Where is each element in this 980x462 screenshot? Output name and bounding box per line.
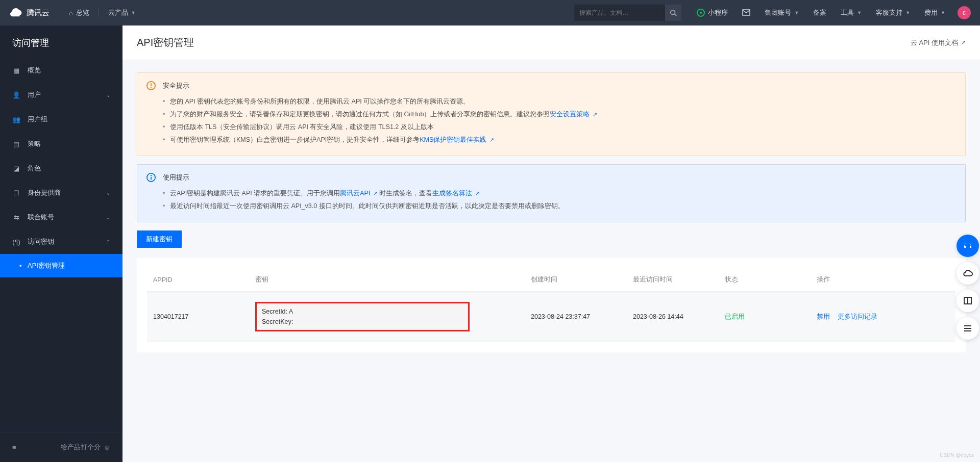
user-avatar[interactable]: c: [958, 6, 971, 19]
users-icon: 👥: [12, 116, 20, 123]
badge-icon: ◪: [12, 165, 20, 172]
search-box: [574, 5, 681, 21]
text: 为了您的财产和服务安全，请妥善保存和定期更换密钥，请勿通过任何方式（如 GitH…: [170, 111, 550, 118]
key-redacted-box: SecretId: A SecretKey:: [255, 302, 470, 331]
api-doc-link[interactable]: 云 API 使用文档 ↗: [911, 38, 966, 47]
chevron-down-icon: ▼: [794, 10, 799, 15]
kms-best-practices-link[interactable]: KMS保护密钥最佳实践 ↗: [420, 136, 494, 143]
secret-id: SecretId: A: [262, 306, 463, 317]
link-text: 安全设置策略: [550, 111, 590, 118]
chevron-down-icon: ▼: [857, 10, 862, 15]
cloud-button[interactable]: [957, 262, 979, 285]
tools-label: 工具: [841, 8, 854, 17]
home-icon: ⌂: [69, 9, 73, 17]
sidebar-item-users[interactable]: 👤 用户 ⌄: [0, 83, 122, 107]
support-label: 客服支持: [876, 8, 902, 17]
miniapp-link[interactable]: 小程序: [691, 8, 734, 17]
doc-link-label: 云 API 使用文档: [911, 38, 958, 47]
sidebar-label: 策略: [28, 139, 41, 148]
menu-button[interactable]: [957, 317, 979, 340]
svg-point-3: [700, 12, 702, 14]
brand-logo[interactable]: 腾讯云: [9, 6, 50, 19]
filing-label: 备案: [813, 8, 826, 17]
watermark: CSDN @coycs: [940, 452, 974, 458]
divider: [99, 8, 99, 18]
top-header: 腾讯云 ⌂ 总览 云产品 ▼ 小程序 集团账号: [0, 0, 980, 25]
mail-link[interactable]: [736, 9, 756, 16]
signature-algo-link[interactable]: 生成签名算法 ↗: [432, 190, 479, 197]
chevron-up-icon: ⌃: [106, 239, 110, 245]
disable-link[interactable]: 禁用: [817, 313, 830, 320]
cost[interactable]: 费用 ▼: [918, 8, 951, 17]
chevron-down-icon: ⌄: [106, 215, 110, 220]
rate-label: 给产品打个分: [61, 443, 101, 452]
cell-actions: 禁用 更多访问记录: [811, 292, 955, 342]
sidebar-item-access-key[interactable]: (¶) 访问密钥 ⌃: [0, 229, 122, 254]
avatar-letter: c: [963, 9, 966, 16]
book-icon: [963, 296, 972, 305]
sidebar-item-api-key-mgmt[interactable]: API密钥管理: [0, 254, 122, 277]
brand-text: 腾讯云: [27, 8, 50, 18]
col-status: 状态: [719, 268, 811, 292]
chevron-down-icon: ▼: [941, 10, 945, 15]
tencent-api-link[interactable]: 腾讯云API ↗: [340, 190, 378, 197]
sidebar-label: 联合账号: [28, 213, 54, 222]
sidebar-item-policies[interactable]: ▤ 策略: [0, 132, 122, 156]
text: 可使用密钥管理系统（KMS）白盒密钥进一步保护API密钥，提升安全性，详细可参考: [170, 136, 420, 143]
page-title: API密钥管理: [137, 36, 194, 49]
sidebar-item-roles[interactable]: ◪ 角色: [0, 156, 122, 181]
filing[interactable]: 备案: [807, 8, 832, 17]
group-account[interactable]: 集团账号 ▼: [758, 8, 805, 17]
sidebar-item-overview[interactable]: ▦ 概览: [0, 58, 122, 83]
sidebar-label: 身份提供商: [28, 188, 61, 197]
security-strategy-link[interactable]: 安全设置策略 ↗: [550, 111, 597, 118]
collapse-sidebar[interactable]: ≡: [12, 444, 16, 451]
sidebar-item-user-groups[interactable]: 👥 用户组: [0, 107, 122, 132]
keys-table: APPID 密钥 创建时间 最近访问时间 状态 操作 1304017217: [137, 258, 966, 352]
cost-label: 费用: [924, 8, 938, 17]
sidebar-item-idp[interactable]: ☐ 身份提供商 ⌄: [0, 181, 122, 205]
nav-overview[interactable]: ⌂ 总览: [62, 0, 96, 25]
cell-created: 2023-08-24 23:37:47: [525, 292, 627, 342]
sidebar-footer: ≡ 给产品打个分 ☺: [0, 432, 122, 462]
svg-line-1: [675, 14, 677, 16]
external-link-icon: ↗: [373, 190, 378, 196]
alert-item: 最近访问时间指最近一次使用密钥调用云 API_v3.0 接口的时间。此时间仅供判…: [163, 200, 955, 213]
search-button[interactable]: [665, 5, 681, 21]
external-link-icon: ↗: [961, 39, 966, 46]
tools[interactable]: 工具 ▼: [835, 8, 868, 17]
cloud-icon: [9, 6, 22, 19]
alert-item: 使用低版本 TLS（安全传输层协议）调用云 API 有安全风险，建议使用 TLS…: [163, 121, 955, 134]
external-link-icon: ↗: [475, 190, 480, 196]
cell-last-access: 2023-08-26 14:44: [627, 292, 719, 342]
external-link-icon: ↗: [489, 137, 494, 143]
link-text: 腾讯云API: [340, 190, 370, 197]
external-link-icon: ↗: [593, 111, 597, 117]
svg-point-0: [671, 10, 675, 15]
rate-product[interactable]: 给产品打个分 ☺: [61, 443, 110, 452]
smiley-icon: ☺: [104, 444, 110, 451]
text: 云API密钥是构建腾讯云 API 请求的重要凭证。用于您调用: [170, 190, 340, 197]
sidebar-label: API密钥管理: [28, 261, 65, 270]
status-enabled: 已启用: [725, 313, 745, 320]
svg-point-7: [151, 87, 152, 88]
page-header: API密钥管理 云 API 使用文档 ↗: [122, 25, 980, 60]
link-text: 生成签名算法: [432, 190, 472, 197]
alert-title: 安全提示: [163, 81, 955, 90]
chat-support-button[interactable]: [957, 235, 979, 257]
collapse-icon: ≡: [12, 444, 16, 451]
nav-products[interactable]: 云产品 ▼: [101, 0, 143, 25]
usage-alert: 使用提示 云API密钥是构建腾讯云 API 请求的重要凭证。用于您调用腾讯云AP…: [137, 164, 966, 222]
col-key: 密钥: [249, 268, 525, 292]
docs-button[interactable]: [957, 290, 979, 312]
support[interactable]: 客服支持 ▼: [870, 8, 916, 17]
sidebar-item-federated[interactable]: ⇆ 联合账号 ⌄: [0, 205, 122, 229]
more-records-link[interactable]: 更多访问记录: [838, 313, 877, 320]
nav-overview-label: 总览: [76, 8, 89, 17]
search-input[interactable]: [579, 9, 665, 16]
new-key-button[interactable]: 新建密钥: [137, 230, 182, 248]
chevron-down-icon: ▼: [905, 10, 910, 15]
warning-icon: [146, 81, 156, 90]
sidebar-label: 角色: [28, 164, 41, 173]
chevron-down-icon: ⌄: [106, 92, 110, 98]
